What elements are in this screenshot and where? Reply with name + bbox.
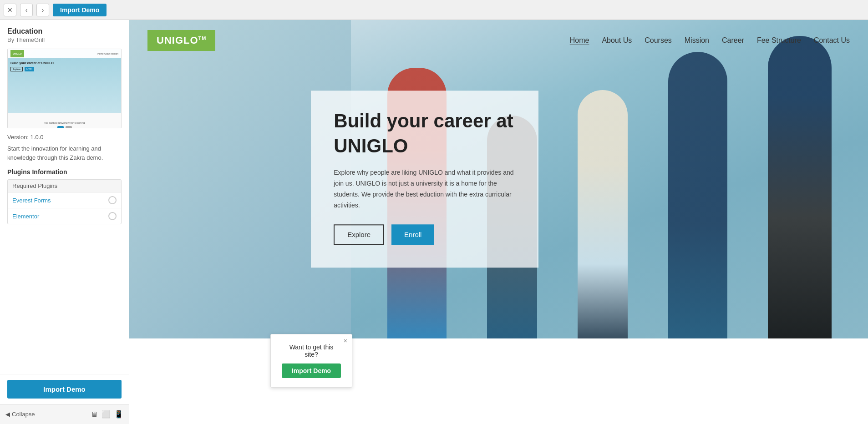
preview-bottom-text: Top ranked university for teaching xyxy=(44,121,85,124)
preview-dot-2 xyxy=(66,126,72,129)
plugin-name-elementor[interactable]: Elementor xyxy=(12,213,39,220)
top-bar: ✕ ‹ › Import Demo xyxy=(0,0,868,20)
demo-nav: UNIGLOTM Home About Us Courses Mission C… xyxy=(129,20,868,61)
sidebar-bottom-bar: ◀ Collapse 🖥 ⬜ 📱 xyxy=(0,404,129,424)
hero-buttons: Explore Enroll xyxy=(334,225,516,245)
next-button[interactable]: › xyxy=(36,4,49,16)
plugin-item-everest: Everest Forms xyxy=(8,192,121,208)
popup-overlay: × Want to get this site? Import Demo xyxy=(270,334,352,388)
preview-enroll-btn: Enroll xyxy=(25,67,34,71)
topbar-import-button[interactable]: Import Demo xyxy=(53,4,107,16)
nav-link-fee-structure[interactable]: Fee Structure xyxy=(757,36,801,45)
preview-dot-1 xyxy=(57,126,64,129)
popup-close-icon[interactable]: × xyxy=(344,337,347,344)
collapse-label: Collapse xyxy=(12,411,35,418)
mobile-icon[interactable]: 📱 xyxy=(114,410,123,419)
explore-button[interactable]: Explore xyxy=(334,225,384,245)
nav-link-career[interactable]: Career xyxy=(722,36,744,45)
preview-logo: UNIGLO xyxy=(10,50,24,57)
nav-link-about[interactable]: About Us xyxy=(602,36,632,45)
tablet-icon[interactable]: ⬜ xyxy=(102,410,111,419)
preview-hero-area: Build your career at UNIGLO Explore Enro… xyxy=(8,58,121,113)
preview-nav: UNIGLO Home About Mission xyxy=(8,49,121,58)
collapse-arrow-icon: ◀ xyxy=(5,411,10,418)
collapse-button[interactable]: ◀ Collapse xyxy=(5,411,35,418)
hero-text-box: Build your career at UNIGLO Explore why … xyxy=(311,91,538,268)
plugin-radio-elementor[interactable] xyxy=(108,212,117,220)
popup-text: Want to get this site? xyxy=(282,343,341,358)
theme-description: Start the innovation for learning and kn… xyxy=(7,144,122,162)
plugin-item-elementor: Elementor xyxy=(8,208,121,224)
plugin-radio-everest[interactable] xyxy=(108,196,117,204)
nav-link-contact[interactable]: Contact Us xyxy=(814,36,850,45)
hero-description: Explore why people are liking UNIGLO and… xyxy=(334,168,516,211)
preview-hero-title: Build your career at UNIGLO xyxy=(10,61,118,65)
student-4 xyxy=(668,52,727,338)
main-area: Education By ThemeGrill UNIGLO Home Abou… xyxy=(0,20,868,424)
close-button[interactable]: ✕ xyxy=(4,4,16,16)
popup-import-button[interactable]: Import Demo xyxy=(282,363,341,378)
demo-nav-links: Home About Us Courses Mission Career Fee… xyxy=(570,36,850,45)
enroll-button[interactable]: Enroll xyxy=(391,225,434,245)
demo-logo: UNIGLOTM xyxy=(147,30,215,51)
sidebar-footer: Import Demo xyxy=(0,374,129,404)
nav-link-mission[interactable]: Mission xyxy=(685,36,709,45)
prev-button[interactable]: ‹ xyxy=(20,4,33,16)
plugins-box: Required Plugins Everest Forms Elementor xyxy=(7,179,122,224)
device-icons: 🖥 ⬜ 📱 xyxy=(91,410,123,419)
theme-name: Education xyxy=(7,27,122,35)
sidebar-import-button[interactable]: Import Demo xyxy=(7,380,122,399)
required-plugins-header: Required Plugins xyxy=(8,180,121,192)
theme-author: By ThemeGrill xyxy=(7,36,122,43)
desktop-icon[interactable]: 🖥 xyxy=(91,410,98,419)
nav-link-courses[interactable]: Courses xyxy=(645,36,672,45)
student-5 xyxy=(768,36,832,338)
demo-site: UNIGLOTM Home About Us Courses Mission C… xyxy=(129,20,868,424)
plugin-name-everest[interactable]: Everest Forms xyxy=(12,197,51,204)
preview-area: UNIGLOTM Home About Us Courses Mission C… xyxy=(129,20,868,424)
theme-version: Version: 1.0.0 xyxy=(7,134,122,141)
plugins-title: Plugins Information xyxy=(7,168,122,176)
hero-title: Build your career at UNIGLO xyxy=(334,109,516,158)
sidebar: Education By ThemeGrill UNIGLO Home Abou… xyxy=(0,20,129,424)
preview-explore-btn: Explore xyxy=(10,67,23,71)
demo-hero: UNIGLOTM Home About Us Courses Mission C… xyxy=(129,20,868,338)
nav-link-home[interactable]: Home xyxy=(570,36,589,45)
student-3 xyxy=(578,90,628,338)
preview-thumbnail: UNIGLO Home About Mission Build your car… xyxy=(7,49,122,128)
preview-bottom: Top ranked university for teaching xyxy=(8,113,121,128)
